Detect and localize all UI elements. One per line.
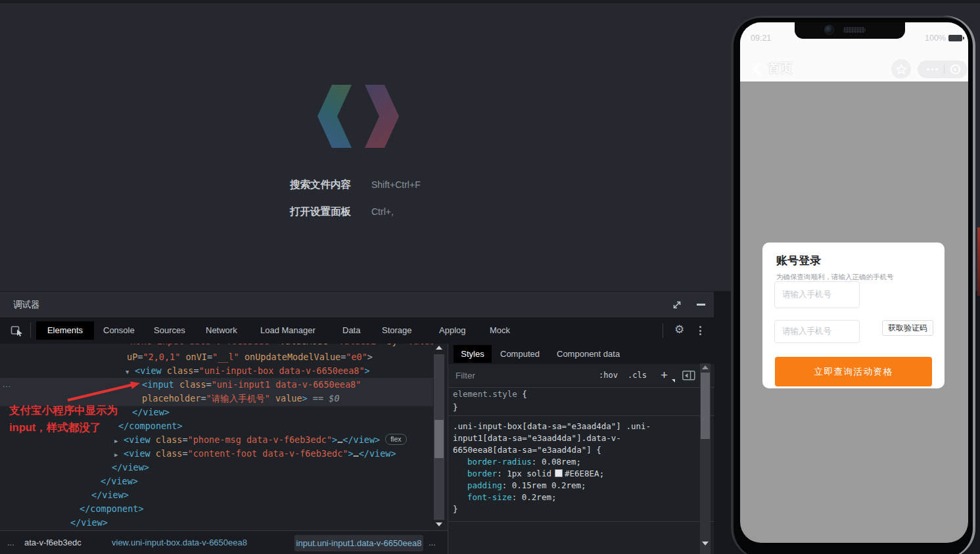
background-window-edge xyxy=(977,227,980,296)
code-line[interactable]: </view> xyxy=(91,488,129,502)
star-icon xyxy=(896,64,907,75)
scrollbar-up-icon[interactable] xyxy=(702,365,709,369)
tab-applog[interactable]: Applog xyxy=(439,317,465,344)
phone-simulator: 09:21 100% 首页 xyxy=(731,16,975,554)
debugger-panel: 调试器 ElementsConsoleSourcesNetworkLoad Ma… xyxy=(0,291,714,554)
gear-icon[interactable]: ⚙ xyxy=(674,323,684,336)
app-window: 搜索文件内容 Shift+Ctrl+F 打开设置面板 Ctrl+, 调试器 El… xyxy=(0,0,980,554)
styles-panel: Styles Computed Component data Filter :h… xyxy=(448,344,714,554)
divider xyxy=(944,64,945,74)
tab-styles[interactable]: Styles xyxy=(454,345,492,363)
new-rule-dropdown-icon[interactable] xyxy=(672,379,675,382)
code-line[interactable]: </component> xyxy=(80,502,144,516)
phone-screen: 09:21 100% 首页 xyxy=(740,22,968,543)
code-line[interactable]: </component> xyxy=(118,419,183,433)
breadcrumb-item-selected[interactable]: input.uni-input1.data-v-6650eea8 xyxy=(294,535,423,551)
flex-badge[interactable]: flex xyxy=(385,434,406,445)
shortcut-label: 搜索文件内容 xyxy=(290,178,351,192)
status-time: 09:21 xyxy=(751,34,771,43)
more-menu-icon[interactable] xyxy=(699,326,701,335)
inspect-icon[interactable] xyxy=(11,324,24,337)
tab-elements[interactable]: Elements xyxy=(36,321,94,340)
debugger-title: 调试器 xyxy=(13,292,40,317)
code-line[interactable]: ▶<view class="phone-msg data-v-f6eb3edc"… xyxy=(114,433,407,447)
code-line[interactable]: ▼<view class="uni-input-box data-v-6650e… xyxy=(126,364,370,378)
login-card: 账号登录 为确保查询顺利，请输入正确的手机号 请输入手机号 请输入手机号 获取验… xyxy=(762,242,945,388)
verify-code-input[interactable]: 请输入手机号 xyxy=(774,320,860,343)
code-line[interactable]: ▶<view class="content-foot data-v-f6eb3e… xyxy=(114,447,396,461)
tab-data[interactable]: Data xyxy=(342,317,360,344)
get-code-button[interactable]: 获取验证码 xyxy=(882,320,933,336)
status-battery: 100% xyxy=(925,34,962,43)
hbuilderx-logo xyxy=(309,76,408,154)
tab-computed[interactable]: Computed xyxy=(500,344,540,364)
camera-icon xyxy=(824,25,834,35)
login-subtitle: 为确保查询顺利，请输入正确的手机号 xyxy=(776,273,894,282)
phone-number-input[interactable]: 请输入手机号 xyxy=(774,281,860,308)
scrollbar-up-icon[interactable] xyxy=(436,346,442,350)
speaker-grille xyxy=(843,27,866,33)
breadcrumb: ... ata-v-f6eb3edc view.uni-input-box.da… xyxy=(0,530,448,554)
more-icon[interactable] xyxy=(927,68,938,71)
css-declaration[interactable]: border-radius: 0.08rem; xyxy=(467,455,581,468)
tab-network[interactable]: Network xyxy=(206,317,237,344)
favorite-button[interactable] xyxy=(891,59,911,79)
code-line[interactable]: "none-input data-v-f6eb3edc" valueMode="… xyxy=(125,344,433,348)
tab-load-manager[interactable]: Load Manager xyxy=(260,317,315,344)
css-rule-close[interactable]: } xyxy=(453,503,458,515)
element-style-rule[interactable]: } xyxy=(453,401,458,413)
tab-component-data[interactable]: Component data xyxy=(557,344,620,364)
breadcrumb-item[interactable]: ata-v-f6eb3edc xyxy=(24,531,82,554)
miniapp-capsule[interactable] xyxy=(918,60,968,78)
scrollbar-thumb[interactable] xyxy=(434,420,444,458)
code-line[interactable]: </view> xyxy=(101,474,138,488)
filter-input[interactable]: Filter xyxy=(455,364,475,387)
window-top-strip xyxy=(0,0,980,3)
class-toggle-button[interactable]: .cls xyxy=(628,364,647,387)
breadcrumb-overflow[interactable]: ... xyxy=(429,531,436,554)
tab-storage[interactable]: Storage xyxy=(382,317,412,344)
close-circle-icon[interactable] xyxy=(950,64,960,74)
gutter-ellipsis[interactable]: ... xyxy=(3,378,11,392)
breadcrumb-item[interactable]: view.uni-input-box.data-v-6650eea8 xyxy=(112,531,247,554)
divider xyxy=(663,323,663,338)
battery-percent: 100% xyxy=(925,34,946,43)
elements-tree: ... "none-input data-v-f6eb3edc" valueMo… xyxy=(0,344,433,530)
scrollbar-down-icon[interactable] xyxy=(702,542,709,545)
expand-icon[interactable] xyxy=(672,300,682,310)
tab-mock[interactable]: Mock xyxy=(490,317,510,344)
tab-sources[interactable]: Sources xyxy=(154,317,185,344)
code-line[interactable]: placeholder="请输入手机号" value> == $0 xyxy=(142,392,340,405)
code-line[interactable]: <input class="uni-input1 data-v-6650eea8… xyxy=(142,378,361,392)
css-selector[interactable]: 6650eea8[data-sa="e3aad4da"] { xyxy=(453,444,601,456)
shortcut-key: Shift+Ctrl+F xyxy=(371,179,421,190)
nav-title: 首页 xyxy=(768,60,793,77)
code-line[interactable]: </view> xyxy=(70,516,108,530)
color-swatch[interactable] xyxy=(555,469,563,477)
login-title: 账号登录 xyxy=(776,253,821,268)
new-rule-icon[interactable]: + xyxy=(661,364,668,386)
back-icon[interactable] xyxy=(753,62,766,76)
tab-console[interactable]: Console xyxy=(103,317,135,344)
scrollbar-down-icon[interactable] xyxy=(436,522,442,526)
debugger-tabbar: ElementsConsoleSourcesNetworkLoad Manage… xyxy=(0,317,714,344)
minimize-icon[interactable] xyxy=(697,304,705,306)
submit-button[interactable]: 立即查询活动资格 xyxy=(775,357,932,386)
pseudo-state-button[interactable]: :hov xyxy=(599,364,618,387)
code-line[interactable]: </view> xyxy=(112,461,149,474)
shortcut-label: 打开设置面板 xyxy=(290,205,351,219)
css-selector[interactable]: .uni-input-box[data-sa="e3aad4da"] .uni- xyxy=(453,420,651,432)
css-declaration[interactable]: padding: 0.15rem 0.2rem; xyxy=(467,479,586,492)
divider xyxy=(30,323,31,338)
css-declaration[interactable]: font-size: 0.2rem; xyxy=(467,491,556,503)
dock-sidebar-icon[interactable] xyxy=(682,371,695,381)
breadcrumb-overflow[interactable]: ... xyxy=(7,531,14,554)
shortcut-key: Ctrl+, xyxy=(371,206,394,217)
scrollbar-thumb[interactable] xyxy=(701,373,710,439)
css-selector[interactable]: input1[data-sa="e3aad4da"].data-v- xyxy=(453,432,621,444)
code-line[interactable]: uP="2,0,1" onVI="__l" onUpdateModelValue… xyxy=(127,350,373,364)
red-arrow xyxy=(56,375,154,409)
element-style-rule[interactable]: element.style { xyxy=(453,388,527,400)
styles-filter-row: Filter :hov .cls + xyxy=(448,364,714,388)
css-declaration[interactable]: border: 1px solid#E6E8EA; xyxy=(467,467,604,480)
